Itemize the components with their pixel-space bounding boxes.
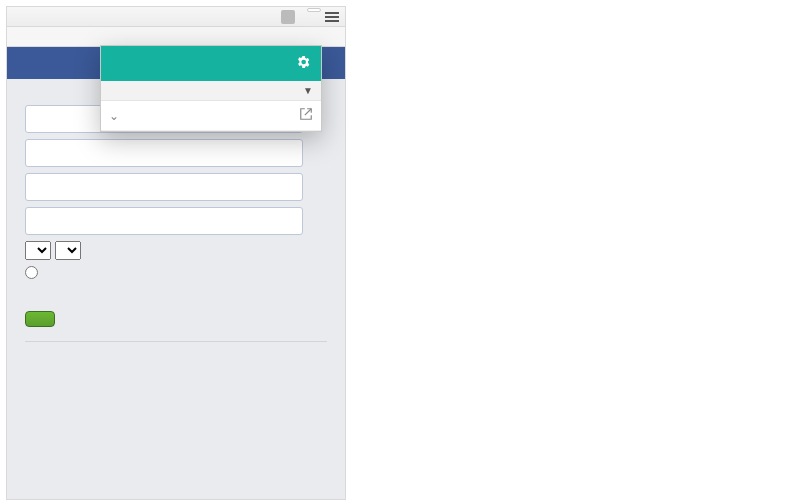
other-sessions-bar: ▼ <box>101 81 321 101</box>
divider <box>25 341 327 342</box>
gender-female-radio[interactable] <box>25 266 327 279</box>
mobile-field[interactable] <box>25 139 303 167</box>
birthday-day-select[interactable] <box>25 241 51 260</box>
reenter-field[interactable] <box>25 173 303 201</box>
group-header[interactable]: ⌄ <box>101 101 321 131</box>
fine-print <box>25 285 327 295</box>
birthday-month-select[interactable] <box>55 241 81 260</box>
password-field[interactable] <box>25 207 303 235</box>
hamburger-icon[interactable] <box>325 10 339 24</box>
profile-badge[interactable] <box>307 8 321 12</box>
marketing-copy <box>380 140 780 162</box>
chevron-down-icon: ▼ <box>303 85 313 96</box>
browser-toolbar <box>7 27 345 47</box>
create-account-button[interactable] <box>25 311 55 327</box>
popup-header <box>101 46 321 81</box>
sessionbox-popup: ▼ ⌄ <box>100 45 322 132</box>
extension-icon[interactable] <box>281 10 295 24</box>
radio-icon[interactable] <box>25 266 38 279</box>
chevron-down-icon[interactable]: ⌄ <box>109 109 119 123</box>
show-by-dropdown[interactable]: ▼ <box>299 85 313 96</box>
gear-icon[interactable] <box>295 54 311 73</box>
open-group-icon[interactable] <box>299 107 313 124</box>
